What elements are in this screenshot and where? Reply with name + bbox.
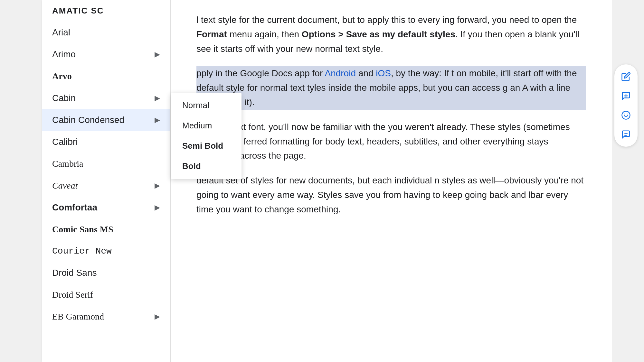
font-label: Droid Serif	[52, 290, 93, 300]
font-weight-submenu: Normal Medium Semi Bold Bold	[171, 93, 242, 179]
font-label: AMATIC SC	[52, 6, 104, 16]
chevron-right-icon: ▶	[155, 203, 160, 212]
font-item-caveat[interactable]: Caveat ▶	[42, 175, 170, 197]
doc-paragraph-4: default set of styles for new documents,…	[196, 173, 586, 217]
doc-paragraph-1: l text style for the current document, b…	[196, 13, 586, 56]
font-item-arial[interactable]: Arial	[42, 22, 170, 43]
svg-point-2	[622, 111, 630, 119]
font-label: Calibri	[52, 137, 78, 147]
font-item-cabin[interactable]: Cabin ▶	[42, 87, 170, 109]
feedback-button[interactable]	[618, 126, 634, 143]
font-item-cabin-condensed[interactable]: Cabin Condensed ▶	[42, 109, 170, 131]
chevron-right-icon: ▶	[155, 50, 160, 59]
font-item-calibri[interactable]: Calibri	[42, 131, 170, 153]
submenu-item-normal[interactable]: Normal	[171, 95, 242, 116]
font-label: Courier New	[52, 246, 112, 256]
font-label: Arimo	[52, 49, 76, 60]
font-label: Cabin	[52, 93, 76, 103]
font-label: Arial	[52, 27, 70, 38]
submenu-item-bold[interactable]: Bold	[171, 156, 242, 176]
font-label: Comfortaa	[52, 202, 97, 213]
font-label: EB Garamond	[52, 311, 104, 322]
right-toolbar	[614, 64, 638, 147]
font-item-amatic-sc[interactable]: AMATIC SC	[42, 0, 170, 22]
font-item-arimo[interactable]: Arimo ▶	[42, 43, 170, 65]
chevron-right-icon: ▶	[155, 116, 160, 124]
ios-link[interactable]: iOS	[376, 68, 391, 78]
font-item-comic-sans-ms[interactable]: Comic Sans MS	[42, 218, 170, 240]
font-label: Comic Sans MS	[52, 224, 113, 235]
submenu-item-semi-bold[interactable]: Semi Bold	[171, 136, 242, 156]
emoji-button[interactable]	[618, 107, 634, 124]
font-list-panel: AMATIC SC Arial Arimo ▶ Arvo Cabin ▶ Cab…	[42, 0, 171, 362]
android-link[interactable]: Android	[325, 68, 356, 78]
submenu-item-medium[interactable]: Medium	[171, 116, 242, 136]
font-item-comfortaa[interactable]: Comfortaa ▶	[42, 197, 170, 218]
font-label: Droid Sans	[52, 268, 97, 278]
font-item-arvo[interactable]: Arvo	[42, 65, 170, 87]
font-label: Caveat	[52, 181, 78, 191]
edit-button[interactable]	[618, 68, 634, 85]
font-label: Cambria	[52, 159, 83, 169]
font-label: Arvo	[52, 71, 72, 81]
chevron-right-icon: ▶	[155, 94, 160, 102]
chevron-right-icon: ▶	[155, 181, 160, 190]
add-comment-button[interactable]	[618, 88, 634, 104]
font-item-eb-garamond[interactable]: EB Garamond ▶	[42, 306, 170, 328]
doc-paragraph-2: pply in the Google Docs app for Android …	[196, 66, 586, 109]
font-label: Cabin Condensed	[52, 115, 124, 125]
font-item-droid-sans[interactable]: Droid Sans	[42, 262, 170, 284]
doc-paragraph-3: t normal text font, you'll now be famili…	[196, 120, 586, 163]
font-list: AMATIC SC Arial Arimo ▶ Arvo Cabin ▶ Cab…	[42, 0, 170, 328]
font-item-droid-serif[interactable]: Droid Serif	[42, 284, 170, 306]
chevron-right-icon: ▶	[155, 312, 160, 321]
font-item-courier-new[interactable]: Courier New	[42, 240, 170, 262]
document-content: l text style for the current document, b…	[171, 0, 612, 362]
font-item-cambria[interactable]: Cambria	[42, 153, 170, 175]
